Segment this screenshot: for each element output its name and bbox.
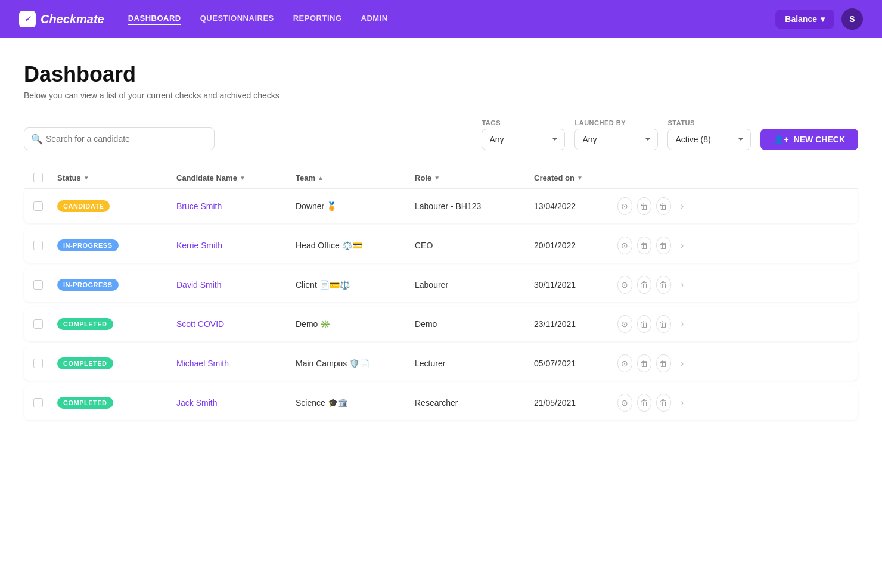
status-badge: CANDIDATE [57, 200, 110, 212]
row-checkbox-cell [33, 319, 57, 329]
row-candidate-name: Michael Smith [176, 358, 296, 369]
nav-link-dashboard[interactable]: DASHBOARD [128, 14, 181, 25]
archive-button[interactable]: 🗑 [637, 394, 652, 412]
row-status: IN-PROGRESS [57, 279, 176, 291]
archive-button[interactable]: 🗑 [637, 276, 652, 294]
new-check-button[interactable]: 👤+ NEW CHECK [760, 129, 858, 150]
delete-button[interactable]: 🗑 [656, 197, 671, 215]
table-row: IN-PROGRESS David Smith Client 📄💳⚖️ Labo… [24, 267, 858, 302]
row-status: COMPLETED [57, 397, 176, 409]
balance-chevron-icon: ▾ [821, 14, 825, 24]
expand-button[interactable]: › [676, 355, 690, 372]
row-team: Main Campus 🛡️📄 [296, 359, 415, 368]
launched-by-select[interactable]: Any [574, 129, 658, 150]
row-actions: ⊙ 🗑 🗑 › [617, 315, 689, 333]
delete-button[interactable]: 🗑 [656, 315, 671, 333]
expand-button[interactable]: › [676, 198, 690, 214]
candidate-link[interactable]: Scott COVID [176, 319, 224, 329]
row-checkbox-cell [33, 359, 57, 368]
search-icon: 🔍 [31, 133, 43, 145]
archive-button[interactable]: 🗑 [637, 354, 652, 372]
row-created-on: 13/04/2022 [534, 201, 617, 211]
team-icons: 🏅 [327, 201, 337, 211]
team-icons: 🛡️📄 [349, 359, 369, 368]
tags-select[interactable]: Any [482, 129, 565, 150]
candidate-link[interactable]: David Smith [176, 280, 221, 290]
row-actions: ⊙ 🗑 🗑 › [617, 276, 689, 294]
row-checkbox[interactable] [33, 241, 43, 250]
select-all-checkbox[interactable] [33, 173, 43, 182]
user-avatar[interactable]: S [841, 8, 863, 30]
col-header-created-on[interactable]: Created on ▼ [534, 173, 617, 182]
delete-button[interactable]: 🗑 [656, 394, 671, 412]
page-subtitle: Below you can view a list of your curren… [24, 91, 858, 100]
status-label: STATUS [667, 119, 751, 126]
launched-by-filter-group: LAUNCHED BY Any [574, 119, 658, 150]
search-wrapper: 🔍 [24, 127, 215, 150]
row-role: Labourer [415, 280, 534, 290]
logo-text: Checkmate [41, 13, 104, 26]
row-checkbox[interactable] [33, 280, 43, 290]
row-created-on: 20/01/2022 [534, 241, 617, 250]
status-select[interactable]: Active (8) [667, 129, 751, 150]
expand-button[interactable]: › [676, 237, 690, 254]
col-header-team[interactable]: Team ▲ [296, 173, 415, 182]
row-checkbox-cell [33, 241, 57, 250]
col-header-role[interactable]: Role ▼ [415, 173, 534, 182]
copy-button[interactable]: ⊙ [617, 315, 632, 333]
expand-button[interactable]: › [676, 394, 690, 411]
balance-button[interactable]: Balance ▾ [775, 10, 834, 29]
nav-left: ✓ Checkmate DASHBOARDQUESTIONNAIRESREPOR… [19, 11, 388, 27]
row-checkbox[interactable] [33, 319, 43, 329]
nav-link-reporting[interactable]: REPORTING [293, 14, 342, 25]
team-icons: ⚖️💳 [342, 241, 362, 250]
expand-button[interactable]: › [676, 276, 690, 293]
candidate-link[interactable]: Jack Smith [176, 398, 217, 407]
candidate-link[interactable]: Kerrie Smith [176, 241, 222, 250]
nav-link-questionnaires[interactable]: QUESTIONNAIRES [200, 14, 274, 25]
copy-button[interactable]: ⊙ [617, 237, 632, 254]
row-created-on: 30/11/2021 [534, 280, 617, 290]
col-header-status[interactable]: Status ▼ [57, 173, 176, 182]
table-row: CANDIDATE Bruce Smith Downer 🏅 Labourer … [24, 189, 858, 223]
main-content: Dashboard Below you can view a list of y… [0, 38, 882, 588]
col-header-candidate-name[interactable]: Candidate Name ▼ [176, 173, 296, 182]
copy-button[interactable]: ⊙ [617, 276, 632, 294]
row-created-on: 21/05/2021 [534, 398, 617, 407]
nav-links: DASHBOARDQUESTIONNAIRESREPORTINGADMIN [128, 14, 388, 25]
candidate-link[interactable]: Bruce Smith [176, 201, 222, 211]
delete-button[interactable]: 🗑 [656, 354, 671, 372]
copy-button[interactable]: ⊙ [617, 394, 632, 412]
status-badge: COMPLETED [57, 318, 113, 330]
row-checkbox[interactable] [33, 359, 43, 368]
row-created-on: 23/11/2021 [534, 319, 617, 329]
table-row: COMPLETED Michael Smith Main Campus 🛡️📄 … [24, 346, 858, 381]
row-checkbox[interactable] [33, 398, 43, 407]
row-role: Researcher [415, 398, 534, 407]
archive-button[interactable]: 🗑 [637, 197, 652, 215]
row-checkbox-cell [33, 398, 57, 407]
col-role-sort-icon: ▼ [434, 175, 440, 181]
nav-right: Balance ▾ S [775, 8, 863, 30]
row-status: COMPLETED [57, 357, 176, 369]
col-team-label: Team [296, 173, 315, 182]
copy-button[interactable]: ⊙ [617, 197, 632, 215]
copy-button[interactable]: ⊙ [617, 354, 632, 372]
archive-button[interactable]: 🗑 [637, 315, 652, 333]
row-role: CEO [415, 241, 534, 250]
new-check-icon: 👤+ [774, 135, 788, 144]
candidate-link[interactable]: Michael Smith [176, 359, 229, 368]
expand-button[interactable]: › [676, 316, 690, 332]
col-created-on-label: Created on [534, 173, 574, 182]
status-badge: COMPLETED [57, 357, 113, 369]
row-actions: ⊙ 🗑 🗑 › [617, 237, 689, 254]
row-role: Lecturer [415, 359, 534, 368]
delete-button[interactable]: 🗑 [656, 276, 671, 294]
search-input[interactable] [24, 127, 215, 150]
archive-button[interactable]: 🗑 [637, 237, 652, 254]
delete-button[interactable]: 🗑 [656, 237, 671, 254]
nav-link-admin[interactable]: ADMIN [361, 14, 388, 25]
row-team: Science 🎓🏛️ [296, 398, 415, 407]
row-checkbox[interactable] [33, 201, 43, 211]
row-candidate-name: Scott COVID [176, 319, 296, 329]
